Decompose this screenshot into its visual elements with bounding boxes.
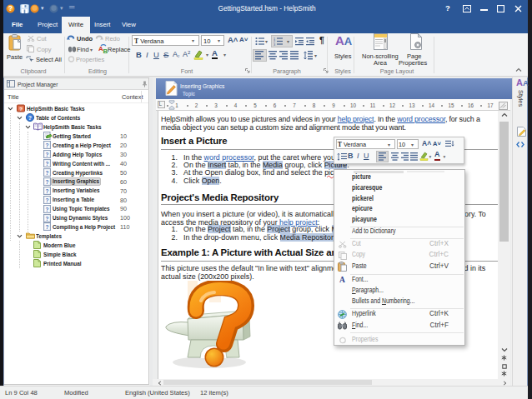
svg-text:3: 3 — [274, 43, 275, 46]
svg-text:?: ? — [46, 224, 49, 230]
svg-text:?: ? — [46, 142, 49, 148]
svg-text:?: ? — [46, 160, 49, 166]
svg-text:?: ? — [46, 215, 49, 221]
svg-text:?: ? — [8, 5, 13, 12]
svg-text:?: ? — [19, 107, 23, 112]
svg-text:?: ? — [46, 187, 49, 193]
svg-text:?: ? — [28, 115, 32, 121]
svg-text:?: ? — [46, 197, 49, 202]
svg-text:?: ? — [46, 169, 49, 175]
svg-text:?: ? — [46, 152, 49, 157]
svg-text:?: ? — [46, 206, 49, 212]
svg-text:?: ? — [46, 178, 49, 184]
